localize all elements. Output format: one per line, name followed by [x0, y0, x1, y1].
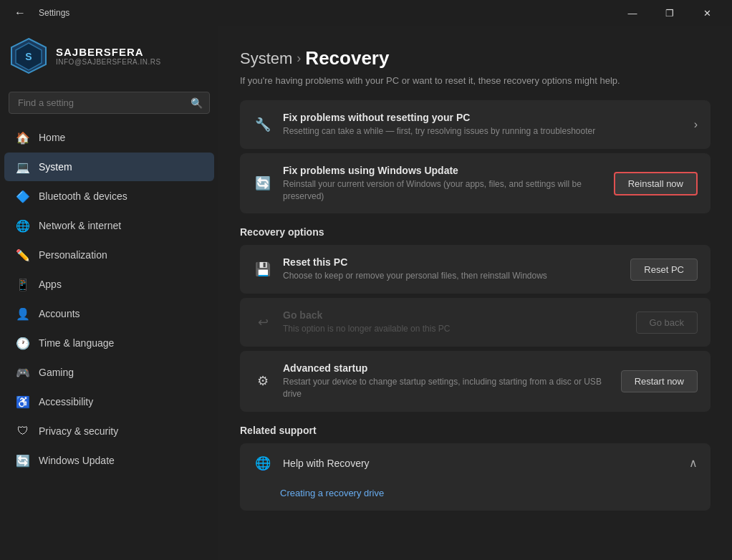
time-icon: 🕐	[16, 336, 30, 350]
search-input[interactable]	[9, 92, 210, 114]
svg-text:S: S	[25, 51, 32, 62]
logo-area: S SAJBERSFERA INFO@SAJBERSFERA.IN.RS	[0, 26, 218, 86]
sidebar-nav: 🏠 Home 💻 System 🔷 Bluetooth & devices 🌐 …	[0, 122, 218, 475]
fix-no-reset-card: 🔧 Fix problems without resetting your PC…	[240, 100, 711, 149]
search-icon: 🔍	[191, 97, 203, 109]
sidebar-item-time[interactable]: 🕐 Time & language	[4, 329, 214, 357]
sidebar-item-accessibility[interactable]: ♿ Accessibility	[4, 387, 214, 416]
advanced-startup-row: ⚙ Advanced startup Restart your device t…	[240, 351, 711, 412]
fix-no-reset-desc: Resetting can take a while — first, try …	[283, 125, 684, 137]
restart-now-button[interactable]: Restart now	[621, 370, 698, 392]
fix-windows-update-text: Fix problems using Windows Update Reinst…	[283, 165, 604, 203]
go-back-desc: This option is no longer available on th…	[283, 323, 626, 335]
sidebar-item-label-accessibility: Accessibility	[39, 396, 93, 407]
reset-pc-action: Reset PC	[630, 259, 698, 281]
apps-icon: 📱	[16, 277, 30, 291]
go-back-icon: ↩	[253, 312, 273, 332]
fix-windows-update-desc: Reinstall your current version of Window…	[283, 178, 604, 203]
fix-no-reset-chevron: ›	[694, 118, 698, 130]
breadcrumb-parent: System	[240, 49, 292, 68]
sidebar-item-label-privacy: Privacy & security	[39, 425, 118, 437]
reinstall-now-button[interactable]: Reinstall now	[614, 172, 698, 195]
fix-windows-update-card: 🔄 Fix problems using Windows Update Rein…	[240, 153, 711, 214]
reset-pc-desc: Choose to keep or remove your personal f…	[283, 270, 620, 282]
search-box: 🔍	[9, 92, 210, 114]
fix-windows-update-icon: 🔄	[253, 173, 273, 193]
main-content: System › Recovery If you're having probl…	[218, 26, 732, 560]
sidebar-item-apps[interactable]: 📱 Apps	[4, 270, 214, 299]
sidebar-item-network[interactable]: 🌐 Network & internet	[4, 211, 214, 240]
sidebar-item-label-gaming: Gaming	[39, 367, 74, 378]
sidebar-item-personalization[interactable]: ✏️ Personalization	[4, 241, 214, 269]
network-icon: 🌐	[16, 218, 30, 233]
recovery-options-label: Recovery options	[240, 226, 711, 238]
sidebar-item-bluetooth[interactable]: 🔷 Bluetooth & devices	[4, 182, 214, 211]
help-with-recovery-chevron: ∧	[689, 456, 698, 470]
accessibility-icon: ♿	[16, 395, 30, 409]
app-title: Settings	[39, 8, 69, 18]
sidebar-item-privacy[interactable]: 🛡 Privacy & security	[4, 417, 214, 445]
sidebar-item-system[interactable]: 💻 System	[4, 153, 214, 181]
fix-no-reset-title: Fix problems without resetting your PC	[283, 112, 684, 123]
back-button[interactable]: ←	[9, 4, 32, 22]
advanced-startup-icon: ⚙	[253, 371, 273, 391]
fix-no-reset-row[interactable]: 🔧 Fix problems without resetting your PC…	[240, 100, 711, 149]
sidebar-item-label-home: Home	[39, 132, 65, 143]
sidebar-item-label-system: System	[39, 161, 72, 173]
go-back-card: ↩ Go back This option is no longer avail…	[240, 298, 711, 347]
sidebar-item-label-bluetooth: Bluetooth & devices	[39, 190, 127, 202]
fix-windows-update-action: Reinstall now	[614, 172, 698, 195]
fix-no-reset-text: Fix problems without resetting your PC R…	[283, 112, 684, 137]
go-back-text: Go back This option is no longer availab…	[283, 309, 626, 335]
sidebar-item-label-apps: Apps	[39, 279, 62, 290]
gaming-icon: 🎮	[16, 365, 30, 380]
minimize-button[interactable]: —	[616, 1, 649, 24]
fix-windows-update-row: 🔄 Fix problems using Windows Update Rein…	[240, 153, 711, 214]
go-back-row: ↩ Go back This option is no longer avail…	[240, 298, 711, 347]
related-support-label: Related support	[240, 425, 711, 436]
privacy-icon: 🛡	[16, 424, 30, 438]
help-with-recovery-card: 🌐 Help with Recovery ∧ Creating a recove…	[240, 443, 711, 511]
sidebar-item-label-time: Time & language	[39, 337, 114, 349]
sidebar-item-label-personalization: Personalization	[39, 249, 107, 261]
breadcrumb-current: Recovery	[305, 47, 389, 69]
sidebar-item-gaming[interactable]: 🎮 Gaming	[4, 358, 214, 387]
close-button[interactable]: ✕	[690, 1, 723, 24]
system-icon: 💻	[16, 160, 30, 174]
sidebar-item-update[interactable]: 🔄 Windows Update	[4, 446, 214, 475]
reset-pc-icon: 💾	[253, 259, 273, 279]
creating-recovery-drive-link[interactable]: Creating a recovery drive	[280, 488, 384, 498]
bluetooth-icon: 🔷	[16, 189, 30, 203]
accounts-icon: 👤	[16, 306, 30, 321]
window-controls: — ❐ ✕	[616, 1, 723, 24]
sidebar-item-label-accounts: Accounts	[39, 308, 80, 319]
advanced-startup-text: Advanced startup Restart your device to …	[283, 362, 611, 400]
fix-no-reset-icon: 🔧	[253, 115, 273, 135]
maximize-button[interactable]: ❐	[653, 1, 686, 24]
breadcrumb-chevron: ›	[297, 51, 301, 66]
advanced-startup-desc: Restart your device to change startup se…	[283, 376, 611, 400]
sidebar-item-accounts[interactable]: 👤 Accounts	[4, 299, 214, 328]
fix-windows-update-title: Fix problems using Windows Update	[283, 165, 604, 176]
logo-email: INFO@SAJBERSFERA.IN.RS	[56, 58, 161, 66]
go-back-title: Go back	[283, 309, 626, 321]
go-back-action: Go back	[636, 312, 698, 334]
advanced-startup-action: Restart now	[621, 370, 698, 392]
personalization-icon: ✏️	[16, 248, 30, 262]
advanced-startup-title: Advanced startup	[283, 362, 611, 374]
breadcrumb: System › Recovery	[240, 47, 711, 69]
advanced-startup-card: ⚙ Advanced startup Restart your device t…	[240, 351, 711, 412]
reset-pc-button[interactable]: Reset PC	[630, 259, 698, 281]
help-with-recovery-header[interactable]: 🌐 Help with Recovery ∧	[240, 443, 711, 483]
logo-name: SAJBERSFERA	[56, 46, 161, 58]
help-with-recovery-icon: 🌐	[253, 453, 273, 473]
sidebar-item-home[interactable]: 🏠 Home	[4, 123, 214, 152]
titlebar: ← Settings — ❐ ✕	[0, 0, 732, 26]
fix-no-reset-action: ›	[694, 118, 698, 131]
page-subtitle: If you're having problems with your PC o…	[240, 75, 711, 86]
go-back-button: Go back	[636, 312, 698, 334]
reset-pc-title: Reset this PC	[283, 256, 620, 268]
help-with-recovery-body: Creating a recovery drive	[240, 483, 711, 511]
logo-icon: S	[10, 37, 47, 74]
reset-pc-card: 💾 Reset this PC Choose to keep or remove…	[240, 245, 711, 294]
